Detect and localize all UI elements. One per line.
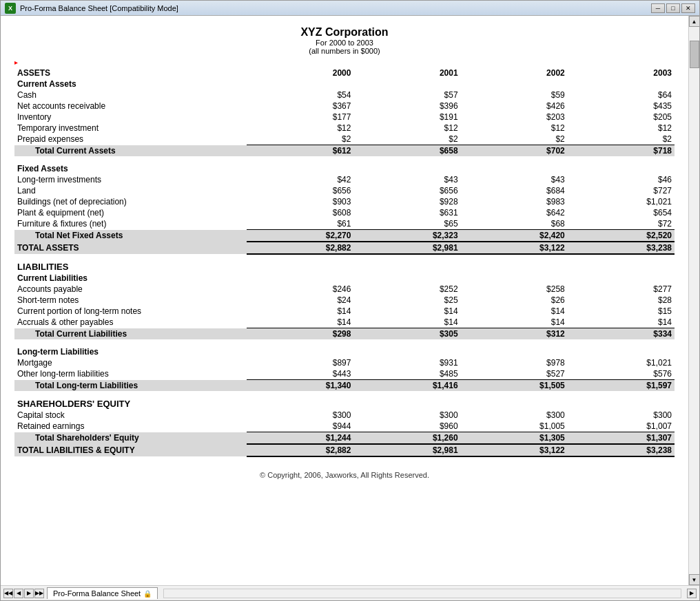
restore-button[interactable]: □ <box>666 3 680 13</box>
net-ar-2000: $367 <box>247 101 353 112</box>
plant-2003: $654 <box>568 207 675 218</box>
scroll-right-button[interactable]: ▶ <box>687 589 697 598</box>
ap-2003: $277 <box>568 284 675 295</box>
horizontal-scrollbar[interactable] <box>163 589 681 598</box>
lt-invest-2002: $43 <box>461 174 568 185</box>
lt-invest-2000: $42 <box>247 174 353 185</box>
temp-invest-2003: $12 <box>568 123 675 134</box>
buildings-2003: $1,021 <box>568 196 675 207</box>
total-lt-2003: $1,597 <box>568 380 675 392</box>
net-ar-label: Net accounts receivable <box>14 101 247 112</box>
table-row: Long-term investments $42 $43 $43 $46 <box>14 174 675 185</box>
cash-2000: $54 <box>247 89 353 101</box>
minimize-button[interactable]: ─ <box>651 3 665 13</box>
re-2002: $1,005 <box>461 421 568 432</box>
ap-2002: $258 <box>461 284 568 295</box>
total-equity-2002: $1,305 <box>461 432 568 445</box>
prepaid-2000: $2 <box>247 134 353 145</box>
table-row: Retained earnings $944 $960 $1,005 $1,00… <box>14 421 675 432</box>
nav-last-button[interactable]: ▶▶ <box>34 589 44 598</box>
total-lt-label: Total Long-term Liabilities <box>14 380 247 392</box>
inventory-2001: $191 <box>353 112 460 123</box>
total-equity-2001: $1,260 <box>353 432 460 445</box>
re-2003: $1,007 <box>568 421 675 432</box>
lt-liabilities-label: Long-term Liabilities <box>14 346 247 357</box>
scroll-down-button[interactable]: ▼ <box>689 574 700 585</box>
ap-2000: $246 <box>247 284 353 295</box>
retained-earnings-label: Retained earnings <box>14 421 247 432</box>
nav-first-button[interactable]: ◀◀ <box>3 589 13 598</box>
lt-invest-2003: $46 <box>568 174 675 185</box>
cash-label: Cash <box>14 89 247 101</box>
total-current-assets-row: Total Current Assets $612 $658 $702 $718 <box>14 145 675 157</box>
total-le-2003: $3,238 <box>568 444 675 456</box>
total-fixed-assets-row: Total Net Fixed Assets $2,270 $2,323 $2,… <box>14 230 675 242</box>
table-row: Net accounts receivable $367 $396 $426 $… <box>14 101 675 112</box>
inventory-2000: $177 <box>247 112 353 123</box>
net-ar-2003: $435 <box>568 101 675 112</box>
total-assets-row: TOTAL ASSETS $2,882 $2,981 $3,122 $3,238 <box>14 242 675 254</box>
spreadsheet-area[interactable]: XYZ Corporation For 2000 to 2003 (all nu… <box>1 16 688 585</box>
buildings-2000: $903 <box>247 196 353 207</box>
re-2000: $944 <box>247 421 353 432</box>
total-lt-liabilities-row: Total Long-term Liabilities $1,340 $1,41… <box>14 380 675 392</box>
close-button[interactable]: ✕ <box>681 3 695 13</box>
total-assets-2002: $3,122 <box>461 242 568 254</box>
balance-sheet-table: ASSETS 2000 2001 2002 2003 Current Asset… <box>14 67 675 457</box>
furniture-2003: $72 <box>568 218 675 230</box>
mortgage-2001: $931 <box>353 357 460 368</box>
accruals-label: Accruals & other payables <box>14 317 247 328</box>
current-lt-2000: $14 <box>247 306 353 317</box>
title-controls: ─ □ ✕ <box>651 3 695 13</box>
current-liabilities-header-row: Current Liabilities <box>14 273 675 284</box>
total-lt-2000: $1,340 <box>247 380 353 392</box>
land-2000: $656 <box>247 185 353 196</box>
current-lt-notes-label: Current portion of long-term notes <box>14 306 247 317</box>
land-2001: $656 <box>353 185 460 196</box>
table-row: Mortgage $897 $931 $978 $1,021 <box>14 357 675 368</box>
total-assets-2001: $2,981 <box>353 242 460 254</box>
scrollbar-thumb[interactable] <box>690 41 699 68</box>
report-units: (all numbers in $000) <box>18 47 671 55</box>
prepaid-2003: $2 <box>568 134 675 145</box>
current-assets-label: Current Assets <box>14 78 247 89</box>
bottom-bar: ◀◀ ◀ ▶ ▶▶ Pro-Forma Balance Sheet 🔒 ▶ <box>1 585 699 600</box>
other-lt-2000: $443 <box>247 368 353 380</box>
corporation-name: XYZ Corporation <box>18 26 671 39</box>
total-ca-2000: $612 <box>247 145 353 157</box>
sheet-tab[interactable]: Pro-Forma Balance Sheet 🔒 <box>47 587 158 599</box>
vertical-scrollbar[interactable]: ▲ ▼ <box>688 16 699 585</box>
plant-2002: $642 <box>461 207 568 218</box>
mortgage-2002: $978 <box>461 357 568 368</box>
table-row: Accounts payable $246 $252 $258 $277 <box>14 284 675 295</box>
nav-next-button[interactable]: ▶ <box>24 589 34 598</box>
total-le-label: TOTAL LIABILITIES & EQUITY <box>14 444 247 456</box>
total-cl-label: Total Current Liabilities <box>14 328 247 340</box>
total-assets-label: TOTAL ASSETS <box>14 242 247 254</box>
table-row: Buildings (net of depreciation) $903 $92… <box>14 196 675 207</box>
total-ca-2002: $702 <box>461 145 568 157</box>
total-assets-2000: $2,882 <box>247 242 353 254</box>
land-2003: $727 <box>568 185 675 196</box>
spacer-row <box>14 391 675 398</box>
ap-2001: $252 <box>353 284 460 295</box>
title-bar: X Pro-Forma Balance Sheet [Compatibility… <box>1 1 699 16</box>
scroll-up-button[interactable]: ▲ <box>689 16 700 27</box>
total-ca-2003: $718 <box>568 145 675 157</box>
furniture-2001: $65 <box>353 218 460 230</box>
total-cl-2001: $305 <box>353 328 460 340</box>
temp-invest-2002: $12 <box>461 123 568 134</box>
table-row: Current portion of long-term notes $14 $… <box>14 306 675 317</box>
total-fixed-assets-label: Total Net Fixed Assets <box>14 230 247 242</box>
accruals-2002: $14 <box>461 317 568 328</box>
cs-2000: $300 <box>247 410 353 421</box>
main-content: XYZ Corporation For 2000 to 2003 (all nu… <box>1 16 699 585</box>
spacer-row <box>14 339 675 346</box>
current-liabilities-label: Current Liabilities <box>14 273 247 284</box>
app-icon: X <box>5 3 16 14</box>
title-bar-left: X Pro-Forma Balance Sheet [Compatibility… <box>5 3 178 14</box>
temp-invest-2000: $12 <box>247 123 353 134</box>
nav-prev-button[interactable]: ◀ <box>14 589 23 598</box>
total-fa-2003: $2,520 <box>568 230 675 242</box>
total-equity-2003: $1,307 <box>568 432 675 445</box>
